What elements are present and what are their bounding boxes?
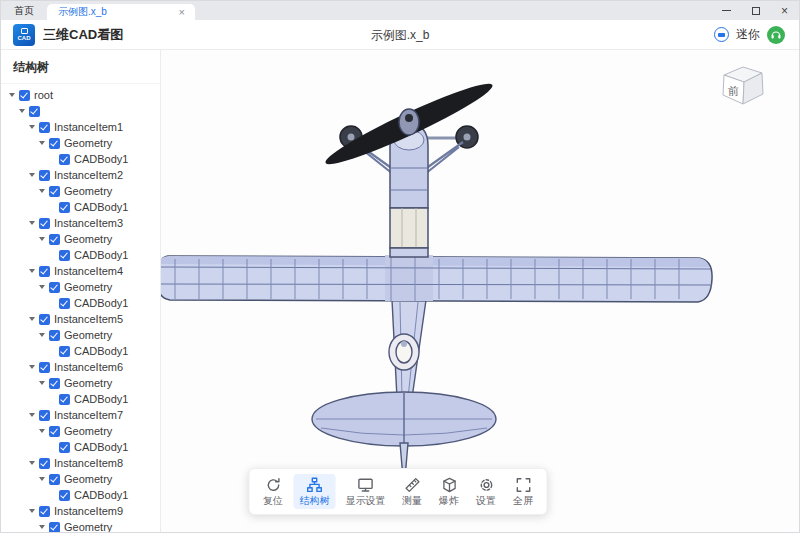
- tree-row[interactable]: root: [1, 87, 160, 103]
- settings-button[interactable]: 设置: [470, 474, 503, 509]
- tree-row[interactable]: InstanceItem2: [1, 167, 160, 183]
- tree-row[interactable]: InstanceItem8: [1, 455, 160, 471]
- tree-checkbox[interactable]: [59, 346, 70, 357]
- tree-row[interactable]: CADBody1: [1, 343, 160, 359]
- reset-button[interactable]: 复位: [257, 474, 290, 509]
- tree-row[interactable]: Geometry: [1, 327, 160, 343]
- maximize-button[interactable]: [741, 1, 770, 20]
- tree-checkbox[interactable]: [49, 138, 60, 149]
- tree-row[interactable]: CADBody1: [1, 199, 160, 215]
- tree-checkbox[interactable]: [49, 234, 60, 245]
- expand-arrow-icon[interactable]: [19, 109, 25, 113]
- tab-close-icon[interactable]: ×: [179, 7, 185, 18]
- minimize-button[interactable]: [712, 1, 741, 20]
- tree-checkbox[interactable]: [29, 106, 40, 117]
- tree-checkbox[interactable]: [19, 90, 30, 101]
- fullscreen-button[interactable]: 全屏: [507, 474, 540, 509]
- mini-mode-icon[interactable]: [714, 27, 729, 42]
- tree-checkbox[interactable]: [49, 330, 60, 341]
- tree-row[interactable]: [1, 103, 160, 119]
- tree-checkbox[interactable]: [49, 282, 60, 293]
- support-icon[interactable]: [767, 26, 785, 44]
- tree-row[interactable]: CADBody1: [1, 295, 160, 311]
- close-button[interactable]: ×: [770, 1, 799, 20]
- expand-arrow-icon[interactable]: [39, 189, 45, 193]
- mini-mode-label[interactable]: 迷你: [736, 26, 760, 43]
- expand-arrow-icon[interactable]: [29, 269, 35, 273]
- tree-checkbox[interactable]: [39, 506, 50, 517]
- tree-row[interactable]: Geometry: [1, 231, 160, 247]
- tree-row[interactable]: InstanceItem4: [1, 263, 160, 279]
- expand-arrow-icon[interactable]: [29, 221, 35, 225]
- tree-row[interactable]: InstanceItem6: [1, 359, 160, 375]
- tree-row[interactable]: InstanceItem5: [1, 311, 160, 327]
- tree-checkbox[interactable]: [59, 490, 70, 501]
- tree-row[interactable]: InstanceItem1: [1, 119, 160, 135]
- expand-arrow-icon[interactable]: [39, 141, 45, 145]
- tree-node-label: Geometry: [64, 519, 112, 532]
- expand-arrow-icon[interactable]: [29, 461, 35, 465]
- expand-arrow-icon[interactable]: [29, 317, 35, 321]
- tree-checkbox[interactable]: [49, 522, 60, 533]
- expand-arrow-icon[interactable]: [29, 173, 35, 177]
- tree-row[interactable]: Geometry: [1, 519, 160, 532]
- tree-row[interactable]: Geometry: [1, 183, 160, 199]
- tree-row[interactable]: Geometry: [1, 471, 160, 487]
- tree-checkbox[interactable]: [59, 154, 70, 165]
- tree-row[interactable]: InstanceItem7: [1, 407, 160, 423]
- expand-arrow-icon[interactable]: [39, 525, 45, 529]
- tree-row[interactable]: InstanceItem3: [1, 215, 160, 231]
- tree-row[interactable]: CADBody1: [1, 487, 160, 503]
- tree-checkbox[interactable]: [39, 170, 50, 181]
- bottom-toolbar: 复位 结构树 显示设置: [249, 468, 548, 515]
- tree-row[interactable]: Geometry: [1, 423, 160, 439]
- expand-arrow-icon[interactable]: [29, 509, 35, 513]
- tree-checkbox[interactable]: [59, 250, 70, 261]
- tree-checkbox[interactable]: [39, 362, 50, 373]
- tree-row[interactable]: CADBody1: [1, 439, 160, 455]
- expand-arrow-icon[interactable]: [39, 477, 45, 481]
- tree-row[interactable]: CADBody1: [1, 151, 160, 167]
- expand-arrow-icon[interactable]: [9, 93, 15, 97]
- tree-checkbox[interactable]: [59, 298, 70, 309]
- structure-tree-button[interactable]: 结构树: [294, 474, 336, 509]
- measure-button[interactable]: 测量: [396, 474, 429, 509]
- tree-checkbox[interactable]: [59, 394, 70, 405]
- tree-checkbox[interactable]: [59, 442, 70, 453]
- tree-checkbox[interactable]: [39, 122, 50, 133]
- tree-checkbox[interactable]: [39, 314, 50, 325]
- fullscreen-icon: [515, 477, 531, 493]
- expand-arrow-icon[interactable]: [29, 365, 35, 369]
- tree-checkbox[interactable]: [39, 410, 50, 421]
- tree-row[interactable]: InstanceItem9: [1, 503, 160, 519]
- tree-row[interactable]: CADBody1: [1, 247, 160, 263]
- expand-arrow-icon[interactable]: [39, 285, 45, 289]
- tree-node-label: root: [34, 87, 53, 103]
- tree-checkbox[interactable]: [49, 378, 60, 389]
- expand-arrow-icon[interactable]: [29, 125, 35, 129]
- tree-row[interactable]: Geometry: [1, 375, 160, 391]
- expand-arrow-icon[interactable]: [39, 429, 45, 433]
- tree-row[interactable]: CADBody1: [1, 391, 160, 407]
- tab-document[interactable]: 示例图.x_b ×: [47, 4, 195, 20]
- expand-arrow-icon[interactable]: [39, 381, 45, 385]
- tree-checkbox[interactable]: [49, 186, 60, 197]
- display-settings-button[interactable]: 显示设置: [340, 474, 392, 509]
- tree-row[interactable]: Geometry: [1, 279, 160, 295]
- cad-model[interactable]: [161, 50, 799, 532]
- expand-arrow-icon[interactable]: [39, 333, 45, 337]
- tree-checkbox[interactable]: [49, 474, 60, 485]
- tree-checkbox[interactable]: [49, 426, 60, 437]
- tree-checkbox[interactable]: [39, 266, 50, 277]
- expand-arrow-icon[interactable]: [29, 413, 35, 417]
- view-cube[interactable]: 前: [715, 58, 769, 112]
- tree-checkbox[interactable]: [39, 458, 50, 469]
- tab-home[interactable]: 首页: [1, 1, 47, 20]
- tree-row[interactable]: Geometry: [1, 135, 160, 151]
- viewport-3d[interactable]: 前 复位 结构树: [161, 50, 799, 532]
- tree-checkbox[interactable]: [39, 218, 50, 229]
- tree-checkbox[interactable]: [59, 202, 70, 213]
- explode-button[interactable]: 爆炸: [433, 474, 466, 509]
- expand-arrow-icon[interactable]: [39, 237, 45, 241]
- document-title: 示例图.x_b: [371, 26, 430, 43]
